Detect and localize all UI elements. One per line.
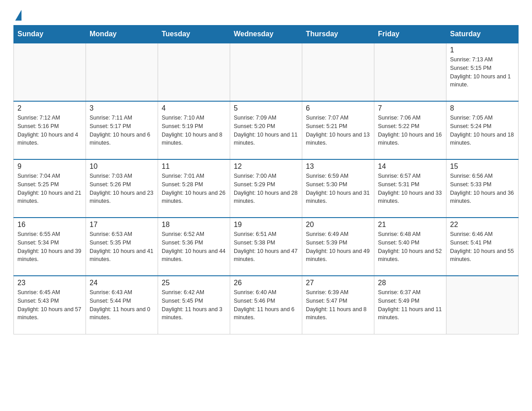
day-info: Sunrise: 6:45 AMSunset: 5:43 PMDaylight:… bbox=[17, 288, 82, 322]
day-number: 18 bbox=[162, 221, 226, 229]
calendar-cell: 27Sunrise: 6:39 AMSunset: 5:47 PMDayligh… bbox=[302, 276, 374, 334]
calendar-cell: 12Sunrise: 7:00 AMSunset: 5:29 PMDayligh… bbox=[230, 159, 302, 218]
calendar-cell bbox=[230, 43, 302, 101]
calendar-cell bbox=[446, 276, 519, 334]
day-number: 2 bbox=[17, 104, 82, 112]
calendar-cell: 17Sunrise: 6:53 AMSunset: 5:35 PMDayligh… bbox=[86, 218, 158, 276]
day-number: 25 bbox=[162, 279, 226, 287]
day-info: Sunrise: 7:07 AMSunset: 5:21 PMDaylight:… bbox=[306, 114, 370, 147]
calendar-cell bbox=[14, 43, 86, 101]
day-number: 21 bbox=[378, 221, 442, 229]
calendar-header-thursday: Thursday bbox=[302, 26, 374, 43]
day-info: Sunrise: 6:53 AMSunset: 5:35 PMDaylight:… bbox=[90, 230, 154, 264]
calendar-header-monday: Monday bbox=[86, 26, 158, 43]
day-number: 17 bbox=[90, 221, 154, 229]
day-number: 13 bbox=[306, 163, 370, 171]
calendar-header-sunday: Sunday bbox=[14, 26, 86, 43]
calendar-cell: 6Sunrise: 7:07 AMSunset: 5:21 PMDaylight… bbox=[302, 101, 374, 159]
day-number: 26 bbox=[234, 279, 298, 287]
page-header bbox=[13, 9, 519, 21]
calendar-cell: 24Sunrise: 6:43 AMSunset: 5:44 PMDayligh… bbox=[86, 276, 158, 334]
calendar-cell: 22Sunrise: 6:46 AMSunset: 5:41 PMDayligh… bbox=[446, 218, 519, 276]
day-number: 10 bbox=[90, 163, 154, 171]
calendar-header-friday: Friday bbox=[374, 26, 446, 43]
calendar-header-row: SundayMondayTuesdayWednesdayThursdayFrid… bbox=[14, 26, 519, 43]
day-number: 4 bbox=[162, 104, 226, 112]
day-number: 16 bbox=[17, 221, 82, 229]
day-info: Sunrise: 7:06 AMSunset: 5:22 PMDaylight:… bbox=[378, 114, 442, 147]
day-info: Sunrise: 6:42 AMSunset: 5:45 PMDaylight:… bbox=[162, 288, 226, 322]
logo bbox=[13, 9, 23, 21]
day-number: 27 bbox=[306, 279, 370, 287]
calendar-week-row: 23Sunrise: 6:45 AMSunset: 5:43 PMDayligh… bbox=[14, 276, 519, 334]
calendar-cell: 26Sunrise: 6:40 AMSunset: 5:46 PMDayligh… bbox=[230, 276, 302, 334]
day-info: Sunrise: 7:04 AMSunset: 5:25 PMDaylight:… bbox=[17, 172, 82, 206]
day-number: 8 bbox=[450, 104, 515, 112]
calendar-cell: 7Sunrise: 7:06 AMSunset: 5:22 PMDaylight… bbox=[374, 101, 446, 159]
calendar-cell: 13Sunrise: 6:59 AMSunset: 5:30 PMDayligh… bbox=[302, 159, 374, 218]
day-info: Sunrise: 6:52 AMSunset: 5:36 PMDaylight:… bbox=[162, 230, 226, 264]
day-info: Sunrise: 6:37 AMSunset: 5:49 PMDaylight:… bbox=[378, 288, 442, 322]
day-info: Sunrise: 6:40 AMSunset: 5:46 PMDaylight:… bbox=[234, 288, 298, 322]
day-info: Sunrise: 6:57 AMSunset: 5:31 PMDaylight:… bbox=[378, 172, 442, 206]
calendar-cell: 15Sunrise: 6:56 AMSunset: 5:33 PMDayligh… bbox=[446, 159, 519, 218]
day-info: Sunrise: 6:48 AMSunset: 5:40 PMDaylight:… bbox=[378, 230, 442, 264]
calendar-cell bbox=[302, 43, 374, 101]
day-info: Sunrise: 6:59 AMSunset: 5:30 PMDaylight:… bbox=[306, 172, 370, 206]
day-info: Sunrise: 6:51 AMSunset: 5:38 PMDaylight:… bbox=[234, 230, 298, 264]
calendar-cell: 9Sunrise: 7:04 AMSunset: 5:25 PMDaylight… bbox=[14, 159, 86, 218]
calendar-cell bbox=[158, 43, 230, 101]
day-number: 23 bbox=[17, 279, 82, 287]
day-info: Sunrise: 6:55 AMSunset: 5:34 PMDaylight:… bbox=[17, 230, 82, 264]
day-number: 1 bbox=[450, 46, 515, 54]
day-number: 11 bbox=[162, 163, 226, 171]
calendar-cell: 10Sunrise: 7:03 AMSunset: 5:26 PMDayligh… bbox=[86, 159, 158, 218]
calendar-cell: 23Sunrise: 6:45 AMSunset: 5:43 PMDayligh… bbox=[14, 276, 86, 334]
day-info: Sunrise: 7:01 AMSunset: 5:28 PMDaylight:… bbox=[162, 172, 226, 206]
calendar-cell: 5Sunrise: 7:09 AMSunset: 5:20 PMDaylight… bbox=[230, 101, 302, 159]
day-info: Sunrise: 6:39 AMSunset: 5:47 PMDaylight:… bbox=[306, 288, 370, 322]
day-info: Sunrise: 6:43 AMSunset: 5:44 PMDaylight:… bbox=[90, 288, 154, 322]
day-number: 28 bbox=[378, 279, 442, 287]
calendar-week-row: 9Sunrise: 7:04 AMSunset: 5:25 PMDaylight… bbox=[14, 159, 519, 218]
calendar-header-tuesday: Tuesday bbox=[158, 26, 230, 43]
logo-triangle-icon bbox=[15, 10, 21, 21]
calendar-cell: 25Sunrise: 6:42 AMSunset: 5:45 PMDayligh… bbox=[158, 276, 230, 334]
day-info: Sunrise: 6:46 AMSunset: 5:41 PMDaylight:… bbox=[450, 230, 515, 264]
day-info: Sunrise: 6:49 AMSunset: 5:39 PMDaylight:… bbox=[306, 230, 370, 264]
day-number: 12 bbox=[234, 163, 298, 171]
day-info: Sunrise: 7:13 AMSunset: 5:15 PMDaylight:… bbox=[450, 56, 515, 89]
calendar-week-row: 16Sunrise: 6:55 AMSunset: 5:34 PMDayligh… bbox=[14, 218, 519, 276]
calendar-cell: 16Sunrise: 6:55 AMSunset: 5:34 PMDayligh… bbox=[14, 218, 86, 276]
calendar-cell: 11Sunrise: 7:01 AMSunset: 5:28 PMDayligh… bbox=[158, 159, 230, 218]
day-number: 7 bbox=[378, 104, 442, 112]
calendar-week-row: 2Sunrise: 7:12 AMSunset: 5:16 PMDaylight… bbox=[14, 101, 519, 159]
calendar-cell: 19Sunrise: 6:51 AMSunset: 5:38 PMDayligh… bbox=[230, 218, 302, 276]
day-info: Sunrise: 7:10 AMSunset: 5:19 PMDaylight:… bbox=[162, 114, 226, 147]
calendar-table: SundayMondayTuesdayWednesdayThursdayFrid… bbox=[13, 25, 519, 334]
day-number: 14 bbox=[378, 163, 442, 171]
calendar-cell: 8Sunrise: 7:05 AMSunset: 5:24 PMDaylight… bbox=[446, 101, 519, 159]
calendar-cell: 21Sunrise: 6:48 AMSunset: 5:40 PMDayligh… bbox=[374, 218, 446, 276]
calendar-header-wednesday: Wednesday bbox=[230, 26, 302, 43]
day-number: 5 bbox=[234, 104, 298, 112]
calendar-cell: 18Sunrise: 6:52 AMSunset: 5:36 PMDayligh… bbox=[158, 218, 230, 276]
calendar-cell: 2Sunrise: 7:12 AMSunset: 5:16 PMDaylight… bbox=[14, 101, 86, 159]
calendar-cell bbox=[374, 43, 446, 101]
day-number: 22 bbox=[450, 221, 515, 229]
day-number: 15 bbox=[450, 163, 515, 171]
day-info: Sunrise: 7:11 AMSunset: 5:17 PMDaylight:… bbox=[90, 114, 154, 147]
calendar-cell: 28Sunrise: 6:37 AMSunset: 5:49 PMDayligh… bbox=[374, 276, 446, 334]
calendar-week-row: 1Sunrise: 7:13 AMSunset: 5:15 PMDaylight… bbox=[14, 43, 519, 101]
calendar-cell: 20Sunrise: 6:49 AMSunset: 5:39 PMDayligh… bbox=[302, 218, 374, 276]
day-info: Sunrise: 7:03 AMSunset: 5:26 PMDaylight:… bbox=[90, 172, 154, 206]
day-number: 3 bbox=[90, 104, 154, 112]
day-number: 24 bbox=[90, 279, 154, 287]
calendar-cell: 14Sunrise: 6:57 AMSunset: 5:31 PMDayligh… bbox=[374, 159, 446, 218]
calendar-header-saturday: Saturday bbox=[446, 26, 519, 43]
calendar-cell: 4Sunrise: 7:10 AMSunset: 5:19 PMDaylight… bbox=[158, 101, 230, 159]
day-number: 19 bbox=[234, 221, 298, 229]
day-info: Sunrise: 7:12 AMSunset: 5:16 PMDaylight:… bbox=[17, 114, 82, 147]
day-info: Sunrise: 7:05 AMSunset: 5:24 PMDaylight:… bbox=[450, 114, 515, 147]
day-info: Sunrise: 6:56 AMSunset: 5:33 PMDaylight:… bbox=[450, 172, 515, 206]
